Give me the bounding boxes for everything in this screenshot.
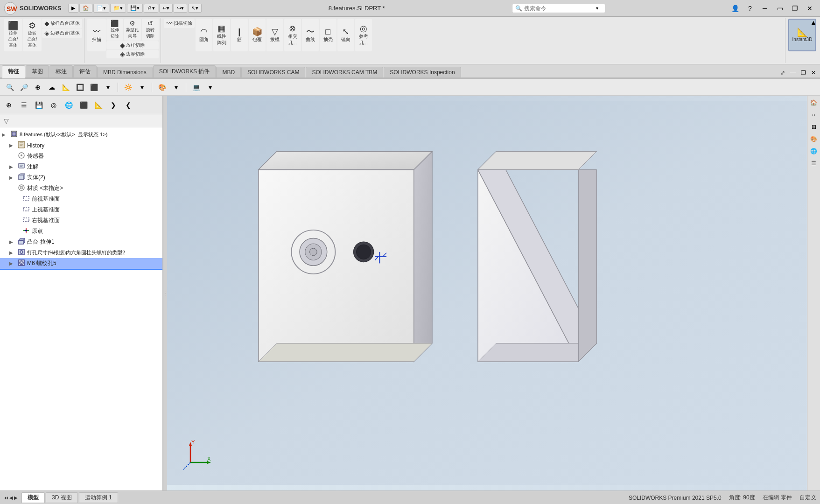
orient-dropdown[interactable]: ▾ bbox=[136, 81, 148, 93]
draft-button[interactable]: ▽ 拔模 bbox=[266, 19, 283, 51]
history-expand-icon[interactable]: ▶ bbox=[9, 143, 16, 148]
extrude-cut-button[interactable]: ⬛ 拉伸切除 bbox=[106, 19, 123, 41]
tree-item-material[interactable]: ▶ 材质 <未指定> bbox=[0, 183, 162, 194]
shell-button[interactable]: □ 抽壳 bbox=[320, 19, 336, 51]
solids-expand-icon[interactable]: ▶ bbox=[9, 175, 16, 180]
tab-evaluate[interactable]: 评估 bbox=[73, 65, 97, 77]
home-button[interactable]: 🏠 bbox=[79, 4, 92, 13]
zoom-icon[interactable]: 🔎 bbox=[18, 81, 30, 93]
nav-prev-icon[interactable]: ◀ bbox=[9, 495, 13, 500]
linear-pattern-button[interactable]: ▦ 线性阵列 bbox=[213, 19, 230, 51]
tree-item-hole-wizard[interactable]: ▶ 打孔尺寸(%根据)内六角圆柱头螺钉的类型2 bbox=[0, 247, 162, 258]
tab-model[interactable]: 模型 bbox=[21, 492, 45, 503]
panel-btn-save[interactable]: 💾 bbox=[32, 98, 46, 112]
view-icon1[interactable]: ☁ bbox=[46, 81, 58, 93]
root-expand-icon[interactable]: ▶ bbox=[2, 132, 8, 137]
tab-sketch[interactable]: 草图 bbox=[26, 65, 49, 77]
hole-wizard-expand-icon[interactable]: ▶ bbox=[9, 250, 16, 255]
tab-annotation[interactable]: 标注 bbox=[49, 65, 73, 77]
m6-thread-expand-icon[interactable]: ▶ bbox=[9, 261, 16, 266]
sweep-cut-button[interactable]: 〰 扫描切除 bbox=[164, 19, 195, 28]
panel-btn-list[interactable]: ☰ bbox=[17, 98, 31, 112]
loft-button[interactable]: ◆ 放样凸台/基体 bbox=[42, 19, 82, 28]
toolbar-collapse-button[interactable]: ▲ bbox=[809, 18, 818, 27]
panel-btn-left-arrow[interactable]: ❮ bbox=[121, 98, 135, 112]
tab-3d-view[interactable]: 3D 视图 bbox=[46, 492, 78, 503]
tab-mbd-dimensions[interactable]: MBD Dimensions bbox=[97, 67, 153, 77]
intersect-button[interactable]: ⊗ 相交几... bbox=[284, 19, 301, 51]
boss-extrude1-expand-icon[interactable]: ▶ bbox=[9, 239, 16, 245]
tab-features[interactable]: 特征 bbox=[2, 65, 25, 78]
maximize-button[interactable]: ▭ bbox=[773, 3, 786, 14]
restore-button[interactable]: ❐ bbox=[788, 3, 801, 14]
hole-wizard-button[interactable]: ⚙ 异型孔向导 bbox=[124, 19, 141, 41]
tree-item-boss-extrude1[interactable]: ▶ 凸台-拉伸1 bbox=[0, 237, 162, 247]
panel-btn-globe[interactable]: 🌐 bbox=[62, 98, 76, 112]
nav-start-icon[interactable]: ⏮ bbox=[4, 495, 8, 500]
tree-item-front-plane[interactable]: ▶ 前视基准面 bbox=[0, 194, 162, 204]
tree-item-annotations[interactable]: ▶ 注解 bbox=[0, 161, 162, 172]
display-icon[interactable]: 💻 bbox=[190, 81, 202, 93]
tree-item-sensors[interactable]: ▶ 传感器 bbox=[0, 151, 162, 161]
view-icon3[interactable]: 🔲 bbox=[74, 81, 86, 93]
tree-item-right-plane[interactable]: ▶ 右视基准面 bbox=[0, 215, 162, 226]
search-bar[interactable]: 🔍 ▾ bbox=[512, 4, 605, 13]
orient-icon[interactable]: 🔆 bbox=[122, 81, 134, 93]
select-button[interactable]: ↖▾ bbox=[188, 4, 202, 13]
rs-btn-2[interactable]: ↔ bbox=[809, 110, 819, 120]
panel-btn-measure[interactable]: 📐 bbox=[91, 98, 105, 112]
undo-button[interactable]: ↩▾ bbox=[159, 4, 173, 13]
tree-item-history[interactable]: ▶ History bbox=[0, 140, 162, 151]
tree-item-origin[interactable]: ▶ 原点 bbox=[0, 226, 162, 237]
revolve-button[interactable]: ⚙ 旋转凸台/基体 bbox=[23, 19, 42, 51]
view-icon5[interactable]: ▾ bbox=[102, 81, 114, 93]
zoom-area-icon[interactable]: ⊕ bbox=[32, 81, 44, 93]
sweep-button[interactable]: 〰 扫描 bbox=[87, 19, 106, 51]
view-icon4[interactable]: ⬛ bbox=[88, 81, 100, 93]
redo-button[interactable]: ↪▾ bbox=[174, 4, 187, 13]
panel-btn-target[interactable]: ◎ bbox=[47, 98, 61, 112]
close-button[interactable]: ✕ bbox=[803, 3, 816, 14]
rib-button[interactable]: | 筋 bbox=[231, 19, 248, 51]
mirror-button[interactable]: ⤡ 镜向 bbox=[337, 19, 354, 51]
panel-btn-block[interactable]: ⬛ bbox=[77, 98, 91, 112]
loft-cut-button[interactable]: ◆ 放样切除 bbox=[106, 41, 159, 49]
sensors-expand-icon[interactable]: ▶ bbox=[9, 154, 16, 159]
search-input[interactable] bbox=[524, 5, 594, 12]
rs-btn-3[interactable]: ⊞ bbox=[809, 122, 819, 132]
fillet-button[interactable]: ◠ 圆角 bbox=[196, 19, 212, 51]
rs-btn-6[interactable]: ☰ bbox=[809, 158, 819, 168]
tree-item-solids[interactable]: ▶ 实体(2) bbox=[0, 172, 162, 183]
tree-root[interactable]: ▶ 8.features (默认<<默认>_显示状态 1>) bbox=[0, 129, 162, 140]
user-icon[interactable]: 👤 bbox=[729, 3, 742, 14]
display-dropdown[interactable]: ▾ bbox=[204, 81, 216, 93]
tab-minimize-icon[interactable]: — bbox=[788, 68, 798, 77]
run-button[interactable]: ▶ bbox=[68, 4, 78, 13]
shading-dropdown[interactable]: ▾ bbox=[170, 81, 182, 93]
panel-btn-right-arrow[interactable]: ❯ bbox=[106, 98, 120, 112]
ref-geom-button[interactable]: ◎ 参考几... bbox=[355, 19, 372, 51]
shading-icon[interactable]: 🎨 bbox=[156, 81, 168, 93]
zoom-to-fit-icon[interactable]: 🔍 bbox=[4, 81, 16, 93]
tab-sw-cam[interactable]: SOLIDWORKS CAM bbox=[241, 67, 305, 77]
wrap-button[interactable]: 📦 包覆 bbox=[249, 19, 266, 51]
rs-btn-4[interactable]: 🎨 bbox=[809, 134, 819, 144]
save-button[interactable]: 💾▾ bbox=[127, 4, 143, 13]
revolve-cut-button[interactable]: ↺ 旋转切除 bbox=[142, 19, 159, 41]
search-dropdown-icon[interactable]: ▾ bbox=[596, 6, 598, 11]
rs-btn-1[interactable]: 🏠 bbox=[809, 98, 819, 108]
rs-btn-5[interactable]: 🌐 bbox=[809, 146, 819, 156]
tab-sw-cam-tbm[interactable]: SOLIDWORKS CAM TBM bbox=[306, 67, 383, 77]
viewport[interactable]: Y X bbox=[167, 96, 807, 490]
tab-expand-icon[interactable]: ⤢ bbox=[778, 68, 787, 77]
open-button[interactable]: 📁▾ bbox=[110, 4, 126, 13]
tab-motion1[interactable]: 运动算例 1 bbox=[79, 492, 118, 503]
nav-next-icon[interactable]: ▶ bbox=[14, 495, 18, 500]
annotations-expand-icon[interactable]: ▶ bbox=[9, 164, 16, 169]
view-icon2[interactable]: 📐 bbox=[60, 81, 72, 93]
minimize-button[interactable]: ─ bbox=[758, 3, 771, 14]
new-button[interactable]: 📄▾ bbox=[93, 4, 109, 13]
help-button[interactable]: ? bbox=[743, 3, 757, 14]
boss-extrude-button[interactable]: ⬛ 拉伸凸台/基体 bbox=[4, 19, 22, 51]
panel-btn-add[interactable]: ⊕ bbox=[2, 98, 16, 112]
